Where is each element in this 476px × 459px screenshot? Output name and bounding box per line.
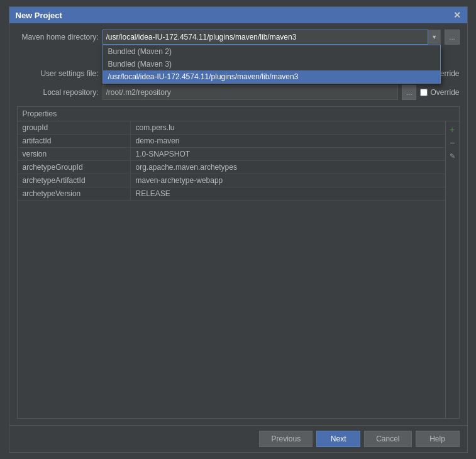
help-button[interactable]: Help <box>416 431 460 447</box>
prop-value: maven-archetype-webapp <box>131 174 445 187</box>
table-row: groupId com.pers.lu <box>18 121 445 135</box>
dropdown-item-custom[interactable]: /usr/local/idea-IU-172.4574.11/plugins/m… <box>103 70 441 83</box>
user-settings-label: User settings file: <box>17 69 99 78</box>
prop-key: archetypeGroupId <box>18 161 131 174</box>
dropdown-item-bundled3[interactable]: Bundled (Maven 3) <box>103 58 441 70</box>
prop-value: org.apache.maven.archetypes <box>131 161 445 174</box>
properties-actions: + − ✎ <box>445 121 459 418</box>
dialog-footer: Previous Next Cancel Help <box>9 425 467 452</box>
maven-home-label: Maven home directory: <box>17 33 99 41</box>
prop-key: archetypeVersion <box>18 187 131 200</box>
new-project-dialog: New Project ✕ Maven home directory: ▼ Bu… <box>9 6 468 453</box>
properties-table: groupId com.pers.lu artifactId demo-mave… <box>18 121 445 418</box>
next-button[interactable]: Next <box>316 431 360 447</box>
remove-property-btn[interactable]: − <box>446 137 458 148</box>
maven-home-input[interactable] <box>102 30 429 45</box>
maven-home-row: Maven home directory: ▼ Bundled (Maven 2… <box>17 30 460 45</box>
dialog-title: New Project <box>16 11 62 20</box>
local-repo-row: Local repository: ... Override <box>17 85 460 100</box>
maven-home-browse-btn[interactable]: ... <box>445 30 459 45</box>
prop-value: com.pers.lu <box>131 121 445 134</box>
maven-home-dropdown-btn[interactable]: ▼ <box>428 30 441 45</box>
prop-value: RELEASE <box>131 187 445 200</box>
prop-key: archetypeArtifactId <box>18 174 131 187</box>
table-row: version 1.0-SNAPSHOT <box>18 148 445 161</box>
dropdown-item-bundled2[interactable]: Bundled (Maven 2) <box>103 45 441 58</box>
local-repo-override-section: Override <box>420 88 459 97</box>
maven-home-dropdown-list: Bundled (Maven 2) Bundled (Maven 3) /usr… <box>102 45 441 84</box>
local-repo-override-label: Override <box>430 88 459 97</box>
prop-value: 1.0-SNAPSHOT <box>131 148 445 160</box>
table-row: archetypeVersion RELEASE <box>18 187 445 201</box>
local-repo-override-checkbox[interactable] <box>420 89 428 96</box>
prop-key: artifactId <box>18 135 131 147</box>
add-property-btn[interactable]: + <box>446 124 458 135</box>
properties-section: Properties groupId com.pers.lu artifactI… <box>17 106 460 419</box>
close-button[interactable]: ✕ <box>453 10 461 20</box>
table-row: archetypeGroupId org.apache.maven.archet… <box>18 161 445 174</box>
maven-home-input-container: ▼ Bundled (Maven 2) Bundled (Maven 3) /u… <box>102 30 441 45</box>
prop-value: demo-maven <box>131 135 445 147</box>
table-row: artifactId demo-maven <box>18 135 445 148</box>
table-row: archetypeArtifactId maven-archetype-weba… <box>18 174 445 187</box>
local-repo-label: Local repository: <box>17 88 99 97</box>
prop-key: groupId <box>18 121 131 134</box>
local-repo-browse-btn[interactable]: ... <box>402 85 416 100</box>
previous-button[interactable]: Previous <box>259 431 313 447</box>
dialog-content: Maven home directory: ▼ Bundled (Maven 2… <box>9 23 467 425</box>
prop-key: version <box>18 148 131 160</box>
edit-property-btn[interactable]: ✎ <box>446 150 458 162</box>
properties-header: Properties <box>18 107 459 121</box>
title-bar: New Project ✕ <box>9 7 467 23</box>
cancel-button[interactable]: Cancel <box>364 431 411 447</box>
properties-body: groupId com.pers.lu artifactId demo-mave… <box>18 121 459 418</box>
local-repo-input[interactable] <box>102 85 399 100</box>
